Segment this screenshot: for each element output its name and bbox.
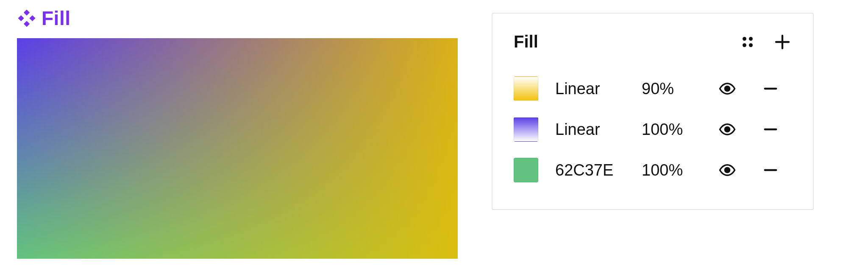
fill-opacity-value[interactable]: 100% [642, 161, 705, 179]
fill-swatch[interactable] [514, 158, 538, 182]
svg-point-4 [743, 37, 746, 41]
remove-fill-button[interactable] [761, 79, 780, 98]
component-icon [17, 8, 36, 28]
fill-styles-button[interactable] [738, 33, 757, 51]
svg-point-6 [743, 43, 746, 47]
svg-point-10 [725, 86, 729, 91]
visibility-toggle[interactable] [718, 120, 737, 139]
svg-rect-3 [24, 21, 30, 27]
fill-opacity-value[interactable]: 90% [642, 80, 705, 98]
fill-opacity-value[interactable]: 100% [642, 120, 705, 139]
fill-panel-header: Fill [514, 32, 792, 51]
fill-swatch[interactable] [514, 117, 538, 142]
frame-label-text: Fill [42, 7, 70, 30]
fill-panel: Fill [492, 13, 814, 210]
add-fill-button[interactable] [773, 33, 792, 51]
svg-point-14 [725, 168, 729, 172]
remove-fill-button[interactable] [761, 161, 780, 179]
fill-type-label[interactable]: 62C37E [555, 161, 629, 179]
preview-layer-yellow [17, 38, 458, 259]
fill-type-label[interactable]: Linear [555, 80, 629, 98]
svg-point-12 [725, 127, 729, 131]
svg-rect-0 [24, 10, 30, 16]
svg-point-5 [749, 37, 753, 41]
frame-label: Fill [17, 7, 70, 30]
svg-rect-1 [18, 15, 24, 21]
fill-type-label[interactable]: Linear [555, 120, 629, 139]
visibility-toggle[interactable] [718, 79, 737, 98]
remove-fill-button[interactable] [761, 120, 780, 139]
fill-preview[interactable] [17, 38, 458, 259]
fill-panel-title: Fill [514, 32, 538, 51]
visibility-toggle[interactable] [718, 161, 737, 179]
fill-preview-frame: Fill [17, 13, 458, 259]
fill-swatch[interactable] [514, 76, 538, 101]
svg-rect-2 [29, 15, 35, 21]
fill-row: Linear 90% [514, 68, 792, 109]
fill-row: 62C37E 100% [514, 150, 792, 190]
fill-row: Linear 100% [514, 109, 792, 150]
svg-point-7 [749, 43, 753, 47]
